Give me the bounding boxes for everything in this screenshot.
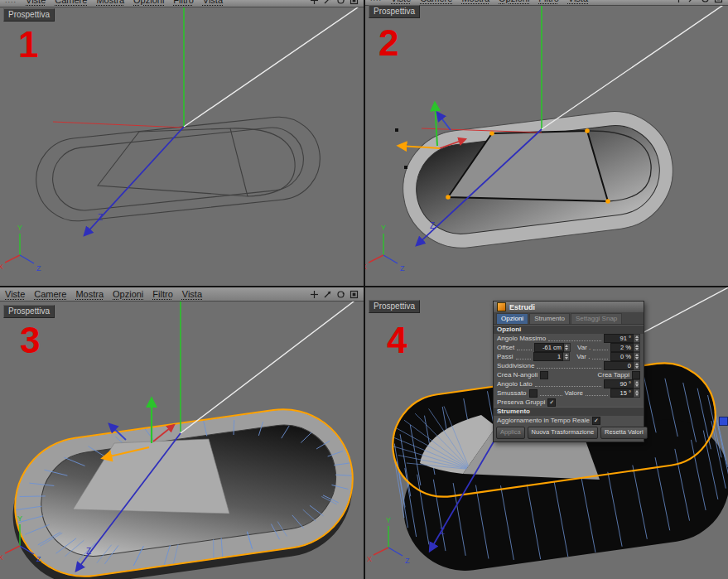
offset-var-spinner[interactable]: [634, 343, 640, 352]
create-ngons-checkbox[interactable]: [540, 371, 548, 379]
viewport-3-perspective[interactable]: Viste Camere Mostra Opzioni Filtro Vista…: [0, 287, 364, 579]
svg-text:Z: Z: [400, 264, 405, 273]
viewport-4-perspective[interactable]: Prospettiva 4 Z Y X Z: [365, 287, 728, 579]
viewport-2-perspective[interactable]: :::: Viste Camere Mostra Opzioni Filtro …: [365, 0, 728, 286]
smooth-value-input[interactable]: 15 °: [610, 388, 634, 398]
menu-camere[interactable]: Camere: [420, 0, 452, 3]
row-offset: Offset -61 cm Var . 2 %: [494, 343, 644, 352]
subdivision-input[interactable]: 0: [604, 361, 634, 370]
tab-opzioni[interactable]: Opzioni: [496, 313, 528, 324]
dialog-titlebar[interactable]: Estrudi: [494, 302, 644, 312]
svg-text:X: X: [0, 263, 3, 271]
viewport-1-perspective[interactable]: :::: Viste Camere Mostra Opzioni Filtro …: [0, 0, 364, 286]
row-subdivision: Suddivisione 0: [494, 361, 644, 370]
smooth-value-spinner[interactable]: [634, 388, 640, 398]
corner-axis-gizmo: Y X Z: [367, 516, 410, 565]
viewport-label[interactable]: Prospettiva: [369, 5, 420, 18]
menu-opzioni[interactable]: Opzioni: [133, 0, 164, 5]
menu-opzioni[interactable]: Opzioni: [113, 289, 143, 299]
dolly-view-icon[interactable]: [687, 0, 697, 3]
rotate-view-icon[interactable]: [701, 0, 710, 3]
menu-viste[interactable]: Viste: [26, 0, 46, 5]
extrude-tool-dialog[interactable]: Estrudi Opzioni Strumento Settaggi Snap …: [493, 301, 644, 442]
blue-handle[interactable]: [719, 417, 728, 426]
edge-angle-spinner[interactable]: [634, 379, 640, 388]
menu-camere[interactable]: Camere: [55, 0, 87, 5]
viewport-label[interactable]: Prospettiva: [3, 305, 55, 318]
menu-viste[interactable]: Viste: [5, 289, 25, 299]
menu-viste[interactable]: Viste: [391, 0, 411, 3]
reset-values-button[interactable]: Resetta Valori: [600, 427, 648, 439]
bbox-handle[interactable]: [395, 128, 398, 132]
offset-input[interactable]: -61 cm: [534, 343, 564, 352]
create-caps-checkbox[interactable]: [632, 371, 640, 379]
max-angle-spinner[interactable]: [634, 334, 640, 343]
viewport-1-canvas[interactable]: Z Y X Z: [0, 7, 364, 286]
menu-filtro[interactable]: Filtro: [173, 0, 193, 5]
menu-vista[interactable]: Vista: [182, 289, 202, 299]
svg-text:Y: Y: [17, 224, 22, 232]
steps-spinner[interactable]: [563, 352, 570, 361]
menubar-grip-icon[interactable]: ::::: [5, 0, 17, 4]
pan-view-icon[interactable]: [310, 290, 319, 299]
row-steps: Passi 1 Var . 0 %: [494, 352, 644, 361]
viewport-2-canvas[interactable]: Z Y X Z: [365, 5, 728, 286]
viewport-label[interactable]: Prospettiva: [3, 8, 55, 22]
dolly-view-icon[interactable]: [323, 0, 332, 5]
extrude-tool-icon: [497, 302, 506, 311]
menu-mostra[interactable]: Mostra: [96, 0, 124, 5]
svg-text:Z: Z: [36, 264, 41, 273]
toggle-view-icon[interactable]: [350, 0, 359, 5]
annotation-number-1: 1: [18, 27, 38, 63]
z-axis-arrow[interactable]: Z: [84, 127, 184, 235]
max-angle-input[interactable]: 91 °: [604, 334, 634, 343]
group-header-tool: Strumento: [494, 407, 644, 416]
x-axis-line-red: [53, 122, 184, 128]
new-transform-button[interactable]: Nuova Trasformazione: [528, 427, 598, 439]
dolly-view-icon[interactable]: [323, 290, 332, 299]
apply-button[interactable]: Applica: [496, 427, 525, 439]
svg-text:Y: Y: [386, 516, 391, 524]
menu-filtro[interactable]: Filtro: [538, 0, 558, 3]
toggle-view-icon[interactable]: [714, 0, 723, 3]
edge-angle-input[interactable]: 90 °: [604, 379, 634, 388]
pan-view-icon[interactable]: [310, 0, 319, 5]
bbox-handle[interactable]: [404, 166, 407, 169]
shaded-sole-object[interactable]: [397, 105, 680, 255]
realtime-update-checkbox[interactable]: ✓: [592, 417, 600, 425]
steps-var-spinner[interactable]: [634, 352, 640, 361]
offset-var-input[interactable]: 2 %: [610, 343, 634, 352]
rotate-view-icon[interactable]: [336, 0, 345, 5]
menubar-grip-icon[interactable]: ::::: [370, 0, 382, 2]
steps-var-input[interactable]: 0 %: [610, 352, 634, 361]
viewport-label[interactable]: Prospettiva: [369, 300, 420, 313]
steps-input[interactable]: 1: [533, 352, 563, 361]
menu-vista[interactable]: Vista: [203, 0, 223, 5]
tab-settaggi-snap[interactable]: Settaggi Snap: [571, 313, 622, 324]
offset-spinner[interactable]: [564, 343, 571, 352]
svg-text:X: X: [365, 263, 367, 271]
smooth-checkbox[interactable]: [529, 389, 538, 398]
viewport-3-canvas[interactable]: Z Y X Z: [0, 301, 364, 579]
annotation-number-4: 4: [387, 322, 407, 359]
svg-text:Y: Y: [381, 224, 386, 232]
svg-text:Z: Z: [36, 555, 41, 563]
extruded-sole-object[interactable]: [2, 400, 363, 579]
tab-strumento[interactable]: Strumento: [529, 313, 570, 324]
pan-view-icon[interactable]: [674, 0, 683, 3]
preserve-groups-checkbox[interactable]: ✓: [547, 398, 556, 407]
menu-mostra[interactable]: Mostra: [75, 289, 104, 299]
construction-line-white: [542, 5, 728, 129]
subdivision-spinner[interactable]: [634, 361, 640, 370]
menu-camere[interactable]: Camere: [34, 289, 66, 299]
menu-mostra[interactable]: Mostra: [461, 0, 489, 3]
inner-contour-end: [230, 128, 295, 196]
rotate-view-icon[interactable]: [336, 290, 345, 299]
toggle-view-icon[interactable]: [350, 290, 359, 299]
svg-text:Z: Z: [405, 557, 410, 565]
menu-filtro[interactable]: Filtro: [152, 289, 172, 299]
group-header-options: Opzioni: [494, 325, 644, 334]
menu-opzioni[interactable]: Opzioni: [499, 0, 529, 3]
menu-vista[interactable]: Vista: [568, 0, 588, 3]
row-max-angle: Angolo Massimo 91 °: [494, 334, 644, 343]
